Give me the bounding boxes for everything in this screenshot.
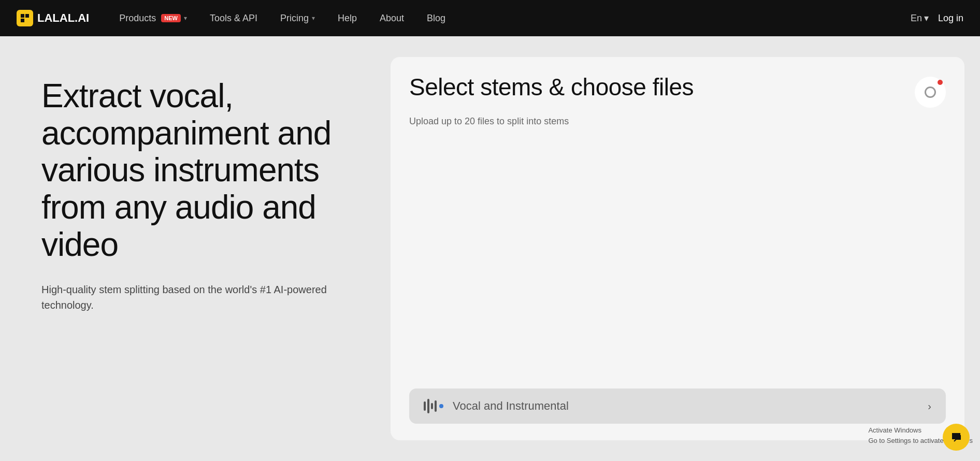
- waveform-icon: [424, 399, 443, 413]
- panel-controls[interactable]: [915, 77, 946, 108]
- panel-subtitle: Upload up to 20 files to split into stem…: [409, 116, 946, 127]
- nav-item-help[interactable]: Help: [326, 13, 368, 24]
- products-chevron-icon: ▾: [184, 15, 187, 22]
- upload-panel: Select stems & choose files Upload up to…: [391, 57, 964, 440]
- panel-title: Select stems & choose files: [409, 74, 694, 101]
- settings-circle-icon: [925, 87, 936, 98]
- stem-selector[interactable]: Vocal and Instrumental ›: [409, 388, 946, 424]
- hero-section: Extract vocal, accompaniment and various…: [16, 57, 378, 440]
- red-dot-indicator: [938, 80, 943, 85]
- svg-rect-1: [25, 14, 29, 18]
- panel-header: Select stems & choose files: [409, 74, 946, 108]
- stem-label: Vocal and Instrumental: [453, 399, 569, 413]
- nav-item-pricing[interactable]: Pricing ▾: [269, 13, 326, 24]
- nav-item-about[interactable]: About: [368, 13, 415, 24]
- navbar: LALAL.AI Products NEW ▾ Tools & API Pric…: [0, 0, 980, 36]
- logo-text: LALAL.AI: [37, 11, 89, 25]
- lang-chevron-icon: ▾: [924, 12, 929, 24]
- svg-rect-2: [21, 19, 24, 22]
- main-content: Extract vocal, accompaniment and various…: [0, 36, 980, 461]
- svg-rect-0: [21, 14, 24, 18]
- chat-button[interactable]: [943, 424, 970, 451]
- hero-subtitle: High-quality stem splitting based on the…: [41, 282, 363, 313]
- nav-right: En ▾ Log in: [911, 12, 963, 24]
- upload-area[interactable]: [409, 127, 946, 388]
- nav-item-tools[interactable]: Tools & API: [198, 13, 269, 24]
- pricing-chevron-icon: ▾: [312, 15, 315, 22]
- stem-chevron-icon: ›: [928, 400, 931, 412]
- products-badge: NEW: [161, 14, 181, 22]
- logo-icon: [17, 10, 33, 26]
- login-button[interactable]: Log in: [938, 13, 963, 24]
- language-selector[interactable]: En ▾: [911, 12, 929, 24]
- panel-title-group: Select stems & choose files: [409, 74, 694, 101]
- nav-items: Products NEW ▾ Tools & API Pricing ▾ Hel…: [108, 13, 911, 24]
- svg-rect-3: [25, 19, 29, 22]
- nav-item-blog[interactable]: Blog: [415, 13, 457, 24]
- logo[interactable]: LALAL.AI: [17, 10, 89, 26]
- hero-title: Extract vocal, accompaniment and various…: [41, 78, 363, 263]
- nav-item-products[interactable]: Products NEW ▾: [108, 13, 198, 24]
